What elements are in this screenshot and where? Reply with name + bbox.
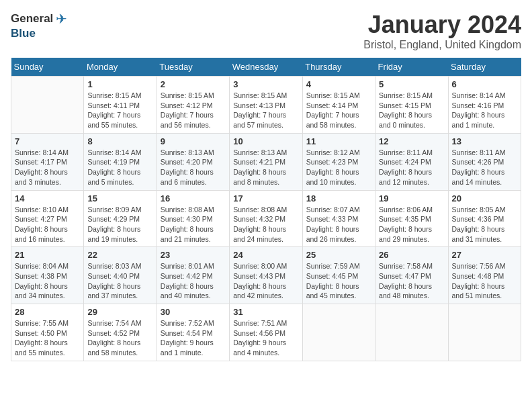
day-number: 7 xyxy=(15,136,80,146)
calendar-cell xyxy=(375,304,448,361)
day-info: Sunrise: 7:56 AMSunset: 4:48 PMDaylight:… xyxy=(452,261,517,301)
calendar-cell xyxy=(448,304,521,361)
calendar: SundayMondayTuesdayWednesdayThursdayFrid… xyxy=(11,58,521,361)
calendar-cell: 5Sunrise: 8:15 AMSunset: 4:15 PMDaylight… xyxy=(375,77,448,134)
calendar-cell: 22Sunrise: 8:03 AMSunset: 4:40 PMDayligh… xyxy=(84,247,157,304)
month-title: January 2024 xyxy=(363,11,521,39)
day-number: 4 xyxy=(306,79,371,89)
calendar-cell: 1Sunrise: 8:15 AMSunset: 4:11 PMDaylight… xyxy=(84,77,157,134)
weekday-header-friday: Friday xyxy=(375,58,448,77)
day-number: 12 xyxy=(379,136,444,146)
weekday-header-wednesday: Wednesday xyxy=(230,58,302,77)
day-info: Sunrise: 8:11 AMSunset: 4:24 PMDaylight:… xyxy=(379,148,444,187)
calendar-cell: 24Sunrise: 8:00 AMSunset: 4:43 PMDayligh… xyxy=(230,247,302,304)
calendar-cell: 11Sunrise: 8:12 AMSunset: 4:23 PMDayligh… xyxy=(302,133,375,190)
day-info: Sunrise: 8:09 AMSunset: 4:29 PMDaylight:… xyxy=(87,205,152,244)
day-number: 21 xyxy=(15,250,80,260)
day-number: 22 xyxy=(87,250,152,260)
day-info: Sunrise: 8:14 AMSunset: 4:17 PMDaylight:… xyxy=(15,148,80,187)
calendar-cell: 8Sunrise: 8:14 AMSunset: 4:19 PMDaylight… xyxy=(84,133,157,190)
day-number: 26 xyxy=(379,250,444,260)
day-info: Sunrise: 8:05 AMSunset: 4:36 PMDaylight:… xyxy=(452,205,517,244)
weekday-header-tuesday: Tuesday xyxy=(157,58,229,77)
calendar-cell: 3Sunrise: 8:15 AMSunset: 4:13 PMDaylight… xyxy=(230,77,302,134)
day-number: 23 xyxy=(161,250,226,260)
weekday-header-thursday: Thursday xyxy=(302,58,375,77)
calendar-cell: 7Sunrise: 8:14 AMSunset: 4:17 PMDaylight… xyxy=(11,133,84,190)
day-info: Sunrise: 7:58 AMSunset: 4:47 PMDaylight:… xyxy=(379,261,444,301)
day-info: Sunrise: 8:11 AMSunset: 4:26 PMDaylight:… xyxy=(452,148,517,187)
week-row-5: 28Sunrise: 7:55 AMSunset: 4:50 PMDayligh… xyxy=(11,304,521,361)
day-info: Sunrise: 8:04 AMSunset: 4:38 PMDaylight:… xyxy=(15,261,80,301)
logo: General ✈ Blue xyxy=(11,11,67,40)
day-number: 15 xyxy=(87,193,152,203)
day-info: Sunrise: 8:15 AMSunset: 4:14 PMDaylight:… xyxy=(306,91,371,130)
day-number: 2 xyxy=(161,79,226,89)
day-number: 14 xyxy=(15,193,80,203)
week-row-4: 21Sunrise: 8:04 AMSunset: 4:38 PMDayligh… xyxy=(11,247,521,304)
day-info: Sunrise: 7:59 AMSunset: 4:45 PMDaylight:… xyxy=(306,261,371,301)
day-number: 13 xyxy=(452,136,517,146)
day-number: 10 xyxy=(233,136,298,146)
day-number: 25 xyxy=(306,250,371,260)
day-number: 16 xyxy=(161,193,226,203)
weekday-header-sunday: Sunday xyxy=(11,58,84,77)
day-number: 17 xyxy=(233,193,298,203)
logo-text-general: General xyxy=(11,12,53,26)
calendar-cell: 9Sunrise: 8:13 AMSunset: 4:20 PMDaylight… xyxy=(157,133,229,190)
day-number: 31 xyxy=(233,307,298,317)
day-number: 28 xyxy=(15,307,80,317)
day-info: Sunrise: 8:13 AMSunset: 4:21 PMDaylight:… xyxy=(233,148,298,187)
logo-text-blue: Blue xyxy=(11,27,36,40)
day-number: 30 xyxy=(161,307,226,317)
weekday-header-monday: Monday xyxy=(84,58,157,77)
day-info: Sunrise: 8:07 AMSunset: 4:33 PMDaylight:… xyxy=(306,205,371,244)
day-info: Sunrise: 8:15 AMSunset: 4:12 PMDaylight:… xyxy=(161,91,226,130)
calendar-cell: 26Sunrise: 7:58 AMSunset: 4:47 PMDayligh… xyxy=(375,247,448,304)
calendar-cell: 12Sunrise: 8:11 AMSunset: 4:24 PMDayligh… xyxy=(375,133,448,190)
calendar-cell: 21Sunrise: 8:04 AMSunset: 4:38 PMDayligh… xyxy=(11,247,84,304)
day-info: Sunrise: 8:12 AMSunset: 4:23 PMDaylight:… xyxy=(306,148,371,187)
header: General ✈ Blue January 2024 Bristol, Eng… xyxy=(11,11,521,51)
calendar-cell: 15Sunrise: 8:09 AMSunset: 4:29 PMDayligh… xyxy=(84,190,157,247)
calendar-cell: 31Sunrise: 7:51 AMSunset: 4:56 PMDayligh… xyxy=(230,304,302,361)
day-info: Sunrise: 8:06 AMSunset: 4:35 PMDaylight:… xyxy=(379,205,444,244)
day-info: Sunrise: 8:01 AMSunset: 4:42 PMDaylight:… xyxy=(161,261,226,301)
calendar-cell: 19Sunrise: 8:06 AMSunset: 4:35 PMDayligh… xyxy=(375,190,448,247)
day-number: 5 xyxy=(379,79,444,89)
day-info: Sunrise: 7:51 AMSunset: 4:56 PMDaylight:… xyxy=(233,318,298,358)
calendar-cell: 2Sunrise: 8:15 AMSunset: 4:12 PMDaylight… xyxy=(157,77,229,134)
calendar-cell: 17Sunrise: 8:08 AMSunset: 4:32 PMDayligh… xyxy=(230,190,302,247)
day-info: Sunrise: 8:14 AMSunset: 4:19 PMDaylight:… xyxy=(87,148,152,187)
day-info: Sunrise: 7:52 AMSunset: 4:54 PMDaylight:… xyxy=(161,318,226,358)
day-info: Sunrise: 8:15 AMSunset: 4:11 PMDaylight:… xyxy=(87,91,152,130)
calendar-cell: 28Sunrise: 7:55 AMSunset: 4:50 PMDayligh… xyxy=(11,304,84,361)
calendar-cell xyxy=(302,304,375,361)
day-info: Sunrise: 8:08 AMSunset: 4:30 PMDaylight:… xyxy=(161,205,226,244)
day-number: 24 xyxy=(233,250,298,260)
day-number: 11 xyxy=(306,136,371,146)
day-info: Sunrise: 8:03 AMSunset: 4:40 PMDaylight:… xyxy=(87,261,152,301)
day-info: Sunrise: 8:13 AMSunset: 4:20 PMDaylight:… xyxy=(161,148,226,187)
location: Bristol, England, United Kingdom xyxy=(363,39,521,51)
calendar-cell: 14Sunrise: 8:10 AMSunset: 4:27 PMDayligh… xyxy=(11,190,84,247)
calendar-cell: 30Sunrise: 7:52 AMSunset: 4:54 PMDayligh… xyxy=(157,304,229,361)
calendar-cell: 6Sunrise: 8:14 AMSunset: 4:16 PMDaylight… xyxy=(448,77,521,134)
calendar-cell: 23Sunrise: 8:01 AMSunset: 4:42 PMDayligh… xyxy=(157,247,229,304)
day-number: 9 xyxy=(161,136,226,146)
title-area: January 2024 Bristol, England, United Ki… xyxy=(363,11,521,51)
day-info: Sunrise: 8:08 AMSunset: 4:32 PMDaylight:… xyxy=(233,205,298,244)
logo-bird-icon: ✈ xyxy=(56,11,67,27)
weekday-header-row: SundayMondayTuesdayWednesdayThursdayFrid… xyxy=(11,58,521,77)
day-info: Sunrise: 7:55 AMSunset: 4:50 PMDaylight:… xyxy=(15,318,80,358)
calendar-cell: 20Sunrise: 8:05 AMSunset: 4:36 PMDayligh… xyxy=(448,190,521,247)
day-info: Sunrise: 8:00 AMSunset: 4:43 PMDaylight:… xyxy=(233,261,298,301)
calendar-cell: 13Sunrise: 8:11 AMSunset: 4:26 PMDayligh… xyxy=(448,133,521,190)
day-number: 8 xyxy=(87,136,152,146)
calendar-cell: 27Sunrise: 7:56 AMSunset: 4:48 PMDayligh… xyxy=(448,247,521,304)
day-number: 3 xyxy=(233,79,298,89)
week-row-1: 1Sunrise: 8:15 AMSunset: 4:11 PMDaylight… xyxy=(11,77,521,134)
day-info: Sunrise: 8:14 AMSunset: 4:16 PMDaylight:… xyxy=(452,91,517,130)
day-info: Sunrise: 8:15 AMSunset: 4:15 PMDaylight:… xyxy=(379,91,444,130)
weekday-header-saturday: Saturday xyxy=(448,58,521,77)
